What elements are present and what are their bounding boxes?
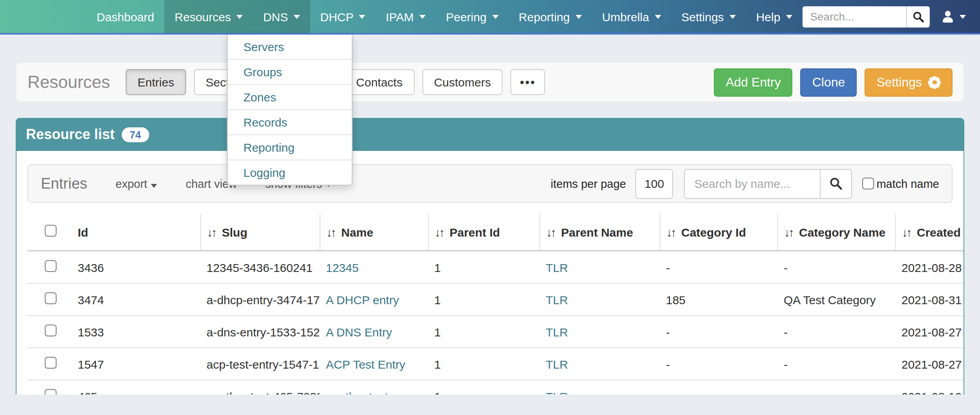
name-search-group xyxy=(684,169,852,198)
sort-icon: ↓↑ xyxy=(666,225,675,239)
cell-id: 3436 xyxy=(71,251,200,283)
export-dropdown[interactable]: export xyxy=(115,177,157,190)
cell-slug: a-dhcp-entry-3474-17... xyxy=(200,283,320,316)
parent-name-link[interactable]: TLR xyxy=(546,293,568,306)
list-heading: Entries xyxy=(41,175,87,192)
match-name-label: match name xyxy=(876,177,939,190)
clone-button[interactable]: Clone xyxy=(801,68,857,96)
dns-dropdown-menu: Servers Groups Zones Records Reporting L… xyxy=(227,35,353,185)
cell-slug: acp-test-entry-1547-1... xyxy=(200,348,320,380)
match-name-toggle: match name xyxy=(862,177,939,190)
select-all-checkbox[interactable] xyxy=(45,225,57,237)
row-checkbox[interactable] xyxy=(45,292,57,304)
parent-name-link[interactable]: TLR xyxy=(546,357,568,371)
nav-item-dns[interactable]: DNS xyxy=(253,0,310,33)
cell-category-name: - xyxy=(777,348,895,380)
entry-name-link[interactable]: 12345 xyxy=(326,261,358,274)
sort-icon: ↓↑ xyxy=(326,225,335,239)
dns-menu-item-zones[interactable]: Zones xyxy=(228,85,352,110)
app: Dashboard Resources DNS DHCP IPAM Peerin… xyxy=(0,0,980,415)
sort-icon: ↓↑ xyxy=(902,225,911,239)
cell-id: 1533 xyxy=(71,316,200,348)
cell-created: 2021-08-31 18 xyxy=(895,283,964,316)
column-header-created[interactable]: ↓↑Created xyxy=(895,214,964,251)
user-menu[interactable] xyxy=(941,10,966,23)
cell-category-name: QA Test Category xyxy=(777,283,895,316)
parent-name-link[interactable]: TLR xyxy=(546,389,568,395)
dns-menu-item-records[interactable]: Records xyxy=(228,110,352,135)
dns-menu-item-servers[interactable]: Servers xyxy=(228,35,352,60)
settings-button[interactable]: Settings xyxy=(865,68,953,96)
entry-name-link[interactable]: A DHCP entry xyxy=(326,293,399,306)
caret-down-icon xyxy=(655,15,661,18)
match-name-checkbox[interactable] xyxy=(862,178,874,189)
row-checkbox[interactable] xyxy=(45,325,57,336)
name-search-input[interactable] xyxy=(685,169,820,198)
cell-slug: 12345-3436-160241 xyxy=(200,251,320,283)
cell-parent-id: 1 xyxy=(428,283,539,316)
cell-category-id: - xyxy=(660,380,777,395)
nav-item-dashboard[interactable]: Dashboard xyxy=(86,0,165,33)
entry-name-link[interactable]: A DNS Entry xyxy=(326,325,392,338)
dns-menu-item-logging[interactable]: Logging xyxy=(228,160,352,185)
row-checkbox[interactable] xyxy=(45,260,57,272)
cell-slug: a-dns-entry-1533-152... xyxy=(200,316,320,348)
cell-parent-id: 1 xyxy=(428,316,539,348)
column-header-parent-name[interactable]: ↓↑Parent Name xyxy=(539,214,660,251)
table-row: 465 another-test-465-70893 another test … xyxy=(27,380,964,395)
table-row: 3474 a-dhcp-entry-3474-17... A DHCP entr… xyxy=(27,283,964,316)
row-checkbox[interactable] xyxy=(45,357,57,369)
column-header-category-name[interactable]: ↓↑Category Name xyxy=(777,214,895,251)
cell-slug: another-test-465-70893 xyxy=(200,380,320,395)
table-row: 3436 12345-3436-160241 12345 1 TLR - - 2… xyxy=(27,251,964,283)
cell-category-name: - xyxy=(777,380,895,395)
caret-down-icon xyxy=(492,15,498,18)
caret-down-icon xyxy=(359,15,366,18)
navbar-search-input[interactable] xyxy=(802,6,906,27)
nav-item-umbrella[interactable]: Umbrella xyxy=(592,0,671,33)
nav-item-dhcp[interactable]: DHCP xyxy=(310,0,376,33)
entry-name-link[interactable]: another test xyxy=(326,389,388,395)
resource-list-panel: Resource list 74 Entries export chart vi… xyxy=(16,118,964,395)
gear-icon xyxy=(928,76,941,88)
nav-item-resources[interactable]: Resources xyxy=(165,0,253,33)
nav-item-reporting[interactable]: Reporting xyxy=(508,0,592,33)
row-checkbox[interactable] xyxy=(45,389,57,395)
column-header-slug[interactable]: ↓↑Slug xyxy=(200,214,320,251)
panel-header: Resource list 74 xyxy=(16,118,964,151)
parent-name-link[interactable]: TLR xyxy=(546,261,568,274)
column-header-name[interactable]: ↓↑Name xyxy=(320,214,428,251)
nav-item-help[interactable]: Help xyxy=(746,0,803,33)
name-search-button[interactable] xyxy=(820,169,851,198)
caret-down-icon xyxy=(236,15,243,18)
table-row: 1533 a-dns-entry-1533-152... A DNS Entry… xyxy=(27,316,964,348)
navbar-search-group xyxy=(802,6,930,27)
user-icon xyxy=(941,10,955,23)
table-header-row: Id ↓↑Slug ↓↑Name ↓↑Parent Id ↓↑Parent Na… xyxy=(27,214,964,251)
caret-down-icon xyxy=(294,15,300,18)
tab-contacts[interactable]: Contacts xyxy=(344,69,414,95)
items-per-page-input[interactable] xyxy=(635,169,673,198)
more-tabs-button[interactable]: ••• xyxy=(510,69,545,95)
main-content: Resources Entries Sections Contacts Cust… xyxy=(0,35,980,395)
cell-parent-id: 1 xyxy=(428,348,539,380)
entry-name-link[interactable]: ACP Test Entry xyxy=(326,357,405,371)
list-controls: Entries export chart view show filters +… xyxy=(27,164,953,203)
nav-item-settings[interactable]: Settings xyxy=(671,0,746,33)
toolbar-actions: Add Entry Clone Settings xyxy=(706,68,953,96)
dns-menu-item-groups[interactable]: Groups xyxy=(228,60,352,85)
column-header-category-id[interactable]: ↓↑Category Id xyxy=(660,214,777,251)
sort-icon: ↓↑ xyxy=(435,225,443,239)
nav-item-peering[interactable]: Peering xyxy=(436,0,508,33)
add-entry-button[interactable]: Add Entry xyxy=(714,68,793,96)
items-per-page-label: items per page xyxy=(551,177,626,190)
parent-name-link[interactable]: TLR xyxy=(546,325,568,338)
tab-entries[interactable]: Entries xyxy=(126,69,186,95)
tab-customers[interactable]: Customers xyxy=(422,69,503,95)
dns-menu-item-reporting[interactable]: Reporting xyxy=(228,135,352,160)
navbar-search-button[interactable] xyxy=(906,6,930,27)
caret-down-icon xyxy=(960,15,966,18)
column-header-parent-id[interactable]: ↓↑Parent Id xyxy=(428,214,539,251)
nav-item-ipam[interactable]: IPAM xyxy=(376,0,436,33)
caret-down-icon xyxy=(419,15,426,18)
